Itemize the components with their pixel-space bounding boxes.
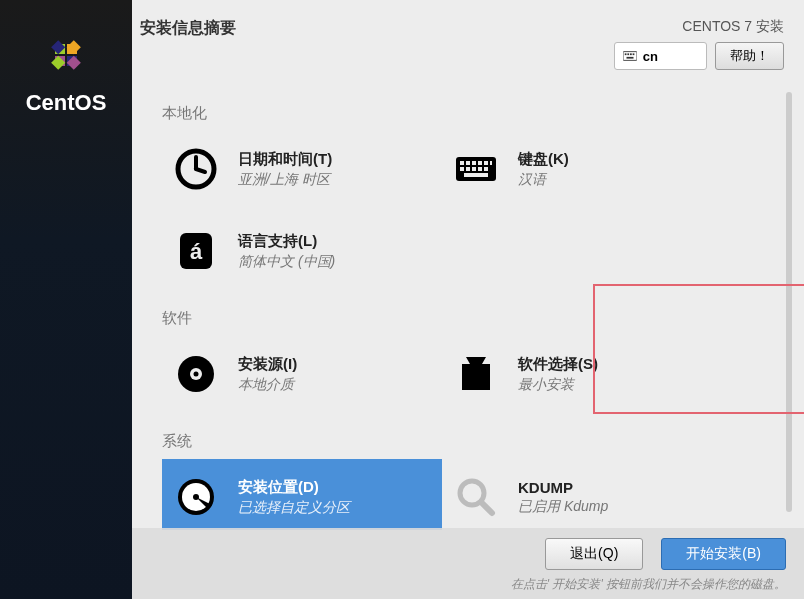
clock-icon (172, 145, 220, 193)
disc-icon (172, 350, 220, 398)
section-software-title: 软件 (162, 309, 764, 328)
svg-rect-18 (460, 161, 464, 165)
keyboard-layout-text: cn (643, 49, 658, 64)
spoke-datetime-status: 亚洲/上海 时区 (238, 171, 332, 189)
svg-rect-28 (484, 167, 488, 171)
svg-rect-11 (630, 53, 632, 55)
package-icon (452, 350, 500, 398)
svg-rect-26 (472, 167, 476, 171)
centos-logo-icon (41, 30, 91, 80)
spoke-kdump-status: 已启用 Kdump (518, 498, 608, 516)
spoke-software-selection-status: 最小安装 (518, 376, 598, 394)
svg-rect-25 (466, 167, 470, 171)
spoke-keyboard-status: 汉语 (518, 171, 569, 189)
spoke-install-source-status: 本地介质 (238, 376, 297, 394)
begin-install-button[interactable]: 开始安装(B) (661, 538, 786, 570)
svg-rect-24 (460, 167, 464, 171)
brand-text: CentOS (26, 90, 107, 116)
magnifier-icon (452, 473, 500, 521)
spoke-language-status: 简体中文 (中国) (238, 253, 335, 271)
svg-rect-27 (478, 167, 482, 171)
spoke-kdump[interactable]: KDUMP 已启用 Kdump (442, 459, 722, 530)
keyboard-layout-indicator[interactable]: cn (614, 42, 707, 70)
spoke-install-destination-status: 已选择自定义分区 (238, 499, 350, 517)
svg-rect-19 (466, 161, 470, 165)
section-system-title: 系统 (162, 432, 764, 451)
keyboard-icon (623, 51, 637, 61)
spoke-language-title: 语言支持(L) (238, 232, 335, 251)
svg-text:á: á (190, 239, 203, 264)
svg-rect-23 (490, 161, 492, 165)
spoke-language[interactable]: á 语言支持(L) 简体中文 (中国) (162, 213, 442, 289)
svg-line-39 (481, 502, 492, 513)
svg-rect-22 (484, 161, 488, 165)
hard-drive-icon (172, 473, 220, 521)
spoke-keyboard-title: 键盘(K) (518, 150, 569, 169)
svg-rect-12 (632, 53, 634, 55)
spoke-install-source-title: 安装源(I) (238, 355, 297, 374)
page-title: 安装信息摘要 (140, 18, 236, 39)
spoke-install-source[interactable]: 安装源(I) 本地介质 (162, 336, 442, 412)
help-button[interactable]: 帮助！ (715, 42, 784, 70)
svg-rect-9 (625, 53, 627, 55)
quit-button[interactable]: 退出(Q) (545, 538, 643, 570)
install-label: CENTOS 7 安装 (682, 18, 784, 36)
section-localization-title: 本地化 (162, 104, 764, 123)
svg-line-16 (196, 169, 205, 172)
svg-rect-10 (627, 53, 629, 55)
bottom-hint: 在点击' 开始安装' 按钮前我们并不会操作您的磁盘。 (511, 576, 786, 593)
spoke-kdump-title: KDUMP (518, 479, 608, 496)
keyboard-large-icon (452, 145, 500, 193)
svg-rect-8 (623, 52, 637, 61)
spoke-datetime[interactable]: 日期和时间(T) 亚洲/上海 时区 (162, 131, 442, 207)
svg-rect-20 (472, 161, 476, 165)
language-icon: á (172, 227, 220, 275)
spoke-install-destination[interactable]: 安装位置(D) 已选择自定义分区 (162, 459, 442, 530)
spoke-datetime-title: 日期和时间(T) (238, 150, 332, 169)
svg-rect-13 (626, 57, 633, 59)
spoke-install-destination-title: 安装位置(D) (238, 478, 350, 497)
spoke-software-selection-title: 软件选择(S) (518, 355, 598, 374)
svg-rect-29 (464, 173, 488, 177)
svg-rect-21 (478, 161, 482, 165)
spoke-keyboard[interactable]: 键盘(K) 汉语 (442, 131, 722, 207)
svg-point-34 (194, 372, 199, 377)
spoke-software-selection[interactable]: 软件选择(S) 最小安装 (442, 336, 722, 412)
